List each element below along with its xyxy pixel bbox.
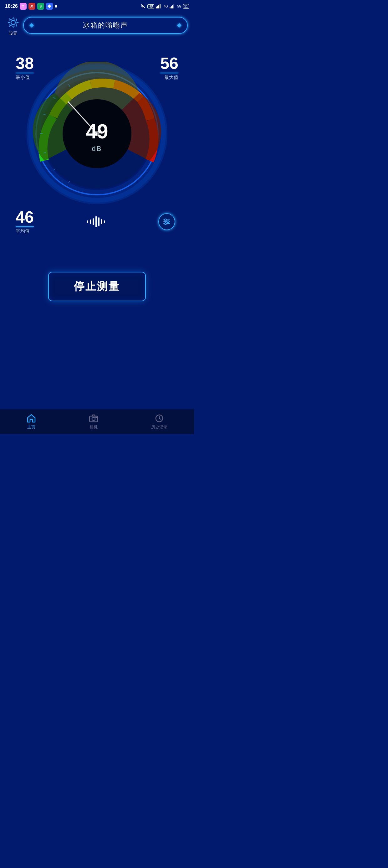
nav-item-camera[interactable]: 相机: [89, 414, 98, 430]
nav-label-history: 历史记录: [151, 424, 167, 430]
signal-5g: [170, 4, 176, 8]
title-diamond-left: [29, 23, 34, 28]
svg-point-32: [167, 221, 169, 223]
network-4g: 4G: [164, 5, 168, 8]
filter-button[interactable]: [158, 213, 175, 230]
signal-4g: [156, 4, 162, 8]
app-icon-soul: S: [37, 3, 44, 10]
svg-point-36: [95, 417, 96, 418]
svg-point-10: [11, 20, 15, 25]
nav-item-history[interactable]: 历史记录: [151, 414, 167, 430]
settings-label: 设置: [9, 31, 17, 36]
home-icon: [27, 414, 36, 423]
svg-rect-6: [170, 7, 170, 8]
max-label: 最大值: [164, 74, 179, 81]
wave-bar-6: [101, 219, 102, 224]
svg-rect-9: [173, 4, 174, 8]
battery-indicator: 21: [183, 4, 189, 9]
status-bar: 18:26 文 知 S HD 4G 5G: [0, 0, 194, 12]
svg-text:dB: dB: [92, 145, 102, 153]
status-left: 18:26 文 知 S: [5, 3, 57, 10]
svg-text:49: 49: [86, 120, 108, 143]
svg-rect-7: [171, 6, 172, 8]
svg-line-39: [159, 418, 161, 419]
app-icon-1: 文: [20, 3, 27, 10]
svg-rect-5: [160, 4, 161, 8]
app-icon-arrow: [46, 3, 53, 10]
bottom-stats-row: 46 平均值: [6, 206, 188, 234]
gauge-meter: 49 dB: [25, 62, 169, 206]
dot-indicator: [55, 5, 57, 7]
nav-label-home: 主页: [27, 424, 35, 430]
svg-point-35: [92, 417, 95, 421]
title-bar: 冰箱的嗡嗡声: [23, 17, 188, 34]
min-value-display: 38 最小值: [15, 55, 34, 81]
stop-measurement-button[interactable]: 停止测量: [48, 272, 146, 301]
min-divider: [15, 73, 34, 73]
nav-label-camera: 相机: [90, 424, 98, 430]
max-value-display: 56 最大值: [160, 55, 179, 81]
wave-bar-5: [98, 217, 99, 226]
wave-bar-3: [93, 218, 94, 225]
bottom-navigation: 主页 相机 历史记录: [0, 409, 194, 434]
network-5g: 5G: [177, 5, 182, 8]
avg-divider: [15, 226, 34, 227]
app-icon-2: 知: [29, 3, 35, 10]
stats-row-top: 38 最小值 56 最大值: [6, 36, 188, 81]
waveform-visualizer: [87, 215, 105, 228]
time-display: 18:26: [5, 3, 18, 9]
max-value: 56: [160, 55, 179, 71]
main-content: 38 最小值 56 最大值: [0, 36, 194, 301]
svg-rect-4: [158, 5, 159, 8]
top-area: 设置 冰箱的嗡嗡声: [0, 12, 194, 36]
title-diamond-right: [177, 23, 182, 28]
nav-item-home[interactable]: 主页: [27, 414, 36, 430]
stop-button-area: 停止测量: [6, 272, 188, 301]
status-right: HD 4G 5G 21: [141, 4, 189, 9]
svg-rect-2: [156, 7, 157, 8]
wave-bar-1: [87, 220, 88, 223]
title-text: 冰箱的嗡嗡声: [83, 21, 128, 30]
max-divider: [160, 73, 179, 73]
min-label: 最小值: [15, 74, 30, 81]
settings-button[interactable]: 设置: [6, 16, 20, 36]
clock-icon: [155, 414, 164, 423]
avg-value-display: 46 平均值: [15, 209, 34, 234]
svg-line-20: [54, 169, 55, 170]
svg-point-33: [165, 223, 166, 224]
svg-point-31: [165, 219, 166, 221]
wave-bar-7: [104, 220, 105, 223]
avg-label: 平均值: [15, 228, 30, 234]
camera-icon: [89, 414, 98, 423]
mute-icon: [141, 4, 146, 9]
svg-rect-8: [172, 5, 173, 8]
svg-marker-0: [47, 4, 51, 8]
hd-badge: HD: [148, 4, 154, 8]
avg-value: 46: [15, 209, 34, 225]
wave-bar-4: [95, 216, 97, 227]
sliders-icon: [162, 217, 171, 226]
min-value: 38: [15, 55, 34, 71]
svg-rect-3: [157, 6, 158, 8]
gear-icon: [6, 16, 20, 29]
wave-bar-2: [90, 219, 91, 224]
